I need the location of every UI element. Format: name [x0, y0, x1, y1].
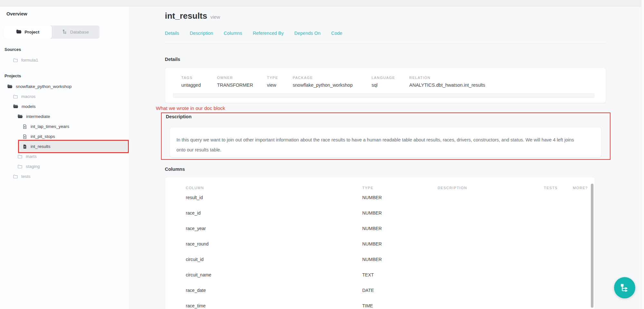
column-type: NUMBER	[362, 257, 438, 262]
nav-columns[interactable]: Columns	[224, 31, 242, 36]
sidebar: Overview Project Database Sources formul…	[0, 7, 129, 309]
table-row[interactable]: race_time TIME	[165, 298, 595, 309]
folder-closed-icon	[13, 58, 18, 63]
table-row[interactable]: race_year NUMBER	[165, 221, 595, 236]
sidebar-item-int_pit_stops[interactable]: int_pit_stops	[4, 131, 125, 141]
page-scrollbar-track[interactable]	[641, 0, 644, 309]
columns-heading: Columns	[165, 167, 644, 172]
main-content: int_results view Details Description Col…	[129, 7, 644, 309]
field-value: view	[267, 82, 293, 88]
top-band	[0, 0, 644, 6]
document-icon	[22, 124, 27, 129]
document-filled-icon	[22, 144, 27, 149]
columns-table-header: COLUMN TYPE DESCRIPTION TESTS MORE?	[165, 186, 595, 190]
tree-item-label: models	[22, 104, 36, 109]
column-name: race_time	[186, 303, 362, 308]
sidebar-view-toggle: Project Database	[4, 25, 99, 39]
field-value: sql	[372, 82, 409, 88]
field-label: OWNER	[217, 76, 267, 80]
field-label: TAGS	[181, 76, 217, 80]
tree-item-label: marts	[26, 154, 37, 159]
section-nav: Details Description Columns Referenced B…	[165, 31, 606, 44]
materialization-badge: view	[211, 14, 220, 20]
col-header-type: TYPE	[362, 186, 438, 190]
folder-open-icon	[16, 29, 22, 35]
description-body: In this query we want to join out other …	[176, 135, 582, 155]
page-title: int_results	[165, 11, 207, 21]
sources-heading: Sources	[5, 47, 125, 52]
tree-item-label: int_results	[31, 144, 51, 149]
field-label: RELATION	[409, 76, 606, 80]
details-heading: Details	[165, 57, 644, 62]
col-header-column: COLUMN	[186, 186, 362, 190]
field-label: TYPE	[267, 76, 293, 80]
annotation-text: What we wrote in our doc block	[156, 105, 644, 111]
tab-project[interactable]: Project	[4, 25, 52, 39]
field-label: LANGUAGE	[372, 76, 409, 80]
sidebar-item-intermediate[interactable]: intermediate	[4, 111, 125, 121]
table-row[interactable]: race_id NUMBER	[165, 205, 595, 221]
sidebar-item-formula1[interactable]: formula1	[4, 55, 125, 65]
column-name: circuit_id	[186, 257, 362, 262]
column-type: NUMBER	[362, 210, 438, 216]
details-collapsed-bar	[173, 93, 594, 98]
column-type: NUMBER	[362, 226, 438, 231]
column-name: race_date	[186, 288, 362, 293]
nav-code[interactable]: Code	[331, 31, 342, 36]
details-card: TAGSuntagged OWNERTRANSFORMER TYPEview P…	[165, 67, 606, 103]
nav-referenced-by[interactable]: Referenced By	[253, 31, 284, 36]
columns-card: COLUMN TYPE DESCRIPTION TESTS MORE? resu…	[165, 177, 595, 309]
description-card: In this query we want to join out other …	[170, 127, 601, 158]
column-type: NUMBER	[362, 241, 438, 246]
table-scrollbar[interactable]	[591, 184, 593, 308]
table-row[interactable]: race_round NUMBER	[165, 236, 595, 252]
col-header-description: DESCRIPTION	[438, 186, 544, 190]
column-name: race_round	[186, 241, 362, 246]
table-row[interactable]: race_date DATE	[165, 283, 595, 298]
lineage-graph-button[interactable]	[614, 277, 635, 298]
tree-item-label: intermediate	[26, 114, 50, 119]
tree-item-label: staging	[26, 164, 40, 169]
lineage-tree-icon	[62, 29, 67, 35]
column-name: circuit_name	[186, 272, 362, 277]
tree-item-label: macros	[21, 94, 35, 99]
overview-heading: Overview	[4, 11, 125, 16]
sidebar-item-models[interactable]: models	[4, 101, 125, 111]
column-name: race_id	[186, 210, 362, 216]
sidebar-item-macros[interactable]: macros	[4, 92, 125, 101]
annotation-box-description: Description In this query we want to joi…	[161, 112, 611, 160]
projects-heading: Projects	[5, 73, 125, 78]
field-value: ANALYTICS.dbt_hwatson.int_results	[409, 82, 606, 88]
folder-open-icon	[7, 84, 13, 89]
table-row[interactable]: result_id NUMBER	[165, 190, 595, 205]
table-row[interactable]: circuit_name TEXT	[165, 267, 595, 283]
sidebar-item-staging[interactable]: staging	[4, 161, 125, 171]
tree-item-label: int_pit_stops	[31, 134, 55, 139]
document-icon	[22, 134, 27, 139]
column-name: result_id	[186, 195, 362, 200]
folder-open-icon	[17, 114, 23, 119]
field-value: snowflake_python_workshop	[293, 82, 372, 88]
column-name: race_year	[186, 226, 362, 231]
sidebar-item-marts[interactable]: marts	[4, 151, 125, 161]
sidebar-item-tests[interactable]: tests	[4, 171, 125, 181]
sidebar-item-int_lap_times_years[interactable]: int_lap_times_years	[4, 121, 125, 131]
column-type: TEXT	[362, 272, 438, 277]
lineage-tree-icon	[620, 283, 629, 292]
field-label: PACKAGE	[293, 76, 372, 80]
field-value: TRANSFORMER	[217, 82, 267, 88]
description-heading: Description	[166, 114, 610, 119]
folder-closed-icon	[13, 174, 18, 179]
sidebar-item-snowflake_python_workshop[interactable]: snowflake_python_workshop	[4, 82, 125, 92]
column-type: DATE	[362, 288, 438, 293]
nav-depends-on[interactable]: Depends On	[294, 31, 320, 36]
tab-database[interactable]: Database	[52, 25, 100, 39]
nav-details[interactable]: Details	[165, 31, 179, 36]
folder-open-icon	[13, 104, 18, 109]
nav-description[interactable]: Description	[190, 31, 213, 36]
table-row[interactable]: circuit_id NUMBER	[165, 252, 595, 267]
sidebar-item-int_results[interactable]: int_results	[20, 141, 127, 151]
tree-item-label: formula1	[21, 58, 38, 63]
folder-closed-icon	[17, 154, 23, 159]
column-type: TIME	[362, 303, 438, 308]
